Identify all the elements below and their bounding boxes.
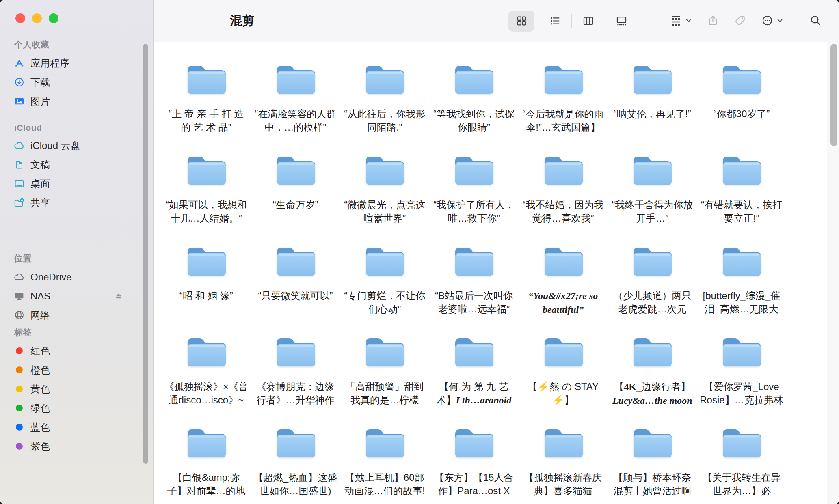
onedrive-cloud-icon — [13, 271, 25, 283]
sidebar-item-tag-purple[interactable]: 紫色 — [13, 437, 147, 456]
share-button[interactable] — [707, 14, 719, 28]
folder-item[interactable]: 【戴上耳机】60部动画混…们的故事! — [340, 416, 429, 504]
minimize-button[interactable] — [32, 13, 42, 23]
forward-button[interactable] — [194, 12, 212, 30]
view-mode-column-view[interactable] — [571, 9, 605, 33]
folder-item[interactable]: 【东方】【15人合作】Para…ost X 15 — [429, 416, 519, 504]
back-button[interactable] — [167, 12, 184, 30]
sidebar-item-tag-red[interactable]: 红色 — [13, 341, 147, 360]
folder-item[interactable]: “在满脸笑容的人群中，…的模样” — [251, 52, 340, 143]
search-button[interactable] — [809, 14, 822, 28]
folder-item[interactable]: “上 帝 亲 手 打 造 的 艺 术 品” — [162, 52, 251, 143]
view-mode-gallery-view[interactable] — [605, 9, 638, 33]
view-mode-icon-view[interactable] — [505, 9, 538, 33]
sidebar-item-documents[interactable]: 文稿 — [13, 155, 147, 174]
folder-item[interactable]: “等我找到你，试探你眼睛” — [429, 52, 519, 143]
sidebar-item-label: 黄色 — [30, 383, 50, 396]
folder-icon — [362, 422, 407, 461]
folder-item[interactable]: 【4K_边缘行者】Lucy&a…the moon — [608, 325, 697, 416]
folder-icon — [629, 240, 675, 279]
folder-item[interactable]: “You&#x27;re so beautiful” — [519, 234, 608, 325]
sidebar-item-tag-orange[interactable]: 橙色 — [13, 360, 147, 379]
folder-item[interactable]: “B站最后一次叫你老婆啦…远幸福” — [429, 234, 519, 325]
folder-icon — [184, 331, 229, 370]
folder-label: “只要微笑就可以” — [253, 289, 338, 302]
display-icon — [13, 291, 25, 302]
folder-item[interactable]: 【孤独摇滚新春庆典】喜多猫猫 — [519, 416, 608, 504]
folder-item[interactable]: （少儿频道）两只老虎爱跳…次元版！ — [608, 234, 697, 325]
folder-item[interactable]: 【关于我转生在异世界为…】必火！！！ — [697, 416, 786, 504]
folder-item[interactable]: “生命万岁” — [251, 143, 340, 234]
view-mode-list-view[interactable] — [538, 9, 571, 33]
folder-item[interactable]: “呐艾伦，再见了!” — [608, 52, 697, 143]
folder-label: 【4K_边缘行者】Lucy&a…the moon — [610, 380, 694, 407]
folder-item[interactable]: “有错就要认，挨打要立正!” — [697, 143, 786, 234]
sidebar-section-favorites: 个人收藏应用程序下载图片 — [13, 39, 147, 111]
folder-label: “上 帝 亲 手 打 造 的 艺 术 品” — [164, 107, 249, 134]
close-button[interactable] — [15, 13, 25, 23]
folder-item[interactable]: [butterfly_综漫_催泪_高燃…无限大 — [697, 234, 786, 325]
group-button[interactable] — [670, 14, 692, 28]
folder-icon — [541, 58, 586, 97]
zoom-button[interactable] — [49, 13, 58, 23]
folder-item[interactable]: 【顾与】桥本环奈混剪丨她曾活过啊 — [608, 416, 697, 504]
folder-item[interactable]: “从此往后，你我形同陌路.” — [340, 52, 429, 143]
sidebar-item-tag-green[interactable]: 绿色 — [13, 398, 147, 418]
eject-icon[interactable] — [113, 291, 124, 302]
sidebar-item-label: 红色 — [30, 345, 50, 358]
sidebar-item-label: iCloud 云盘 — [30, 139, 80, 152]
folder-item[interactable]: “微微晨光，点亮这喧嚣世界” — [340, 143, 429, 234]
folder-item[interactable]: 【超燃_热血】这盛世如你…国盛世) — [251, 416, 340, 504]
sidebar-item-tag-blue[interactable]: 蓝色 — [13, 418, 147, 437]
sidebar-item-pictures[interactable]: 图片 — [13, 92, 147, 111]
folder-item[interactable]: “我不结婚，因为我觉得…喜欢我” — [519, 143, 608, 234]
folder-icon — [719, 422, 764, 461]
folder-item[interactable]: “如果可以，我想和十几…人结婚。” — [162, 143, 251, 234]
folder-label: 【⚡然 の STAY ⚡】 — [521, 380, 605, 407]
folder-label: 【何 为 第 九 艺 术】I th…aranoid — [432, 380, 516, 407]
sidebar-item-applications[interactable]: 应用程序 — [13, 54, 147, 73]
folder-item[interactable]: 【何 为 第 九 艺 术】I th…aranoid — [429, 325, 519, 416]
folder-item[interactable]: 【爱你罗茜_Love Rosie】…克拉弗林 — [697, 325, 786, 416]
folder-icon — [719, 331, 764, 370]
tags-button[interactable] — [734, 14, 746, 28]
sidebar-item-desktop[interactable]: 桌面 — [13, 174, 147, 193]
folder-item[interactable]: 【白银&amp;弥子】对前辈…的地步。 — [162, 416, 251, 504]
sidebar-item-label: 共享 — [30, 196, 50, 209]
folder-item[interactable]: “我终于舍得为你放开手…” — [608, 143, 697, 234]
sidebar-item-downloads[interactable]: 下载 — [13, 73, 147, 92]
sidebar-item-nas[interactable]: NAS — [13, 286, 147, 306]
folder-label: 《孤独摇滚》×《普通disco…isco》~ — [164, 380, 249, 407]
folder-item[interactable]: 《孤独摇滚》×《普通disco…isco》~ — [162, 325, 251, 416]
sidebar-item-icloud-drive[interactable]: iCloud 云盘 — [13, 136, 147, 155]
folder-item[interactable]: “今后我就是你的雨伞!”…玄武国篇】 — [519, 52, 608, 143]
folder-item[interactable]: “只要微笑就可以” — [251, 234, 340, 325]
folder-label: “从此往后，你我形同陌路.” — [342, 107, 427, 134]
tag-dot-icon — [13, 364, 25, 376]
folder-item[interactable]: 《赛博朋克：边缘行者》…升华神作 — [251, 325, 340, 416]
sidebar-item-network[interactable]: 网络 — [13, 306, 147, 325]
folder-item[interactable]: 「高甜预警」甜到我真的是…柠檬啊！ — [340, 325, 429, 416]
folder-label: “You&#x27;re so beautiful” — [521, 289, 605, 316]
icloud-cloud-icon — [13, 140, 25, 151]
scrollbar-thumb[interactable] — [830, 44, 837, 146]
sidebar-scrollbar-thumb[interactable] — [143, 44, 148, 464]
folder-icon — [629, 331, 675, 370]
sidebar-item-onedrive[interactable]: OneDrive — [13, 267, 147, 286]
sidebar-section-title: 位置 — [14, 253, 147, 264]
tag-dot-icon — [13, 345, 25, 357]
folder-label: [butterfly_综漫_催泪_高燃…无限大 — [699, 289, 784, 316]
folder-icon — [362, 58, 407, 97]
sidebar-item-shared[interactable]: 共享 — [13, 193, 147, 212]
folder-item[interactable]: “我保护了所有人，唯…救下你” — [429, 143, 519, 234]
sidebar-item-tag-yellow[interactable]: 黄色 — [13, 379, 147, 398]
folder-item[interactable]: “昭 和 姻 缘” — [162, 234, 251, 325]
folder-label: 【东方】【15人合作】Para…ost X 15 — [432, 471, 516, 498]
folder-label: “如果可以，我想和十几…人结婚。” — [164, 198, 249, 225]
folder-item[interactable]: “你都30岁了” — [697, 52, 786, 143]
folder-item[interactable]: “专门剪烂，不让你们心动” — [340, 234, 429, 325]
more-button[interactable] — [761, 14, 783, 28]
folder-item[interactable]: 【⚡然 の STAY ⚡】 — [519, 325, 608, 416]
folder-label: “我不结婚，因为我觉得…喜欢我” — [521, 198, 605, 225]
folder-label: “等我找到你，试探你眼睛” — [432, 107, 516, 134]
